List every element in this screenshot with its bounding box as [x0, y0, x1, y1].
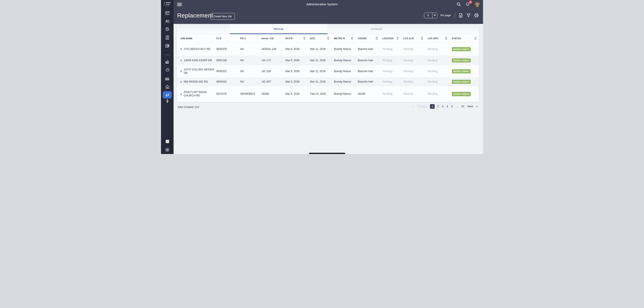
sidebar-item-work-orders[interactable] [161, 25, 174, 33]
app-window: Administrative System 12 Replacement Cre… [161, 0, 483, 154]
table-body: 2701 BEECH NUT RD6593375NAAERIAL 146'Mar… [177, 43, 479, 102]
column-header[interactable]: LOC.UPD [428, 37, 452, 40]
table-cell: 6537275 [216, 92, 240, 96]
pagination-prev[interactable]: Previous [416, 104, 428, 108]
pagination-page[interactable]: 2 [436, 104, 439, 108]
table-cell: Pending [428, 92, 452, 96]
table-cell: Mar 5, 2026 [285, 92, 310, 96]
table-cell: 6592238 [216, 59, 240, 62]
table-cell: Pending [403, 59, 428, 62]
edit-document-icon [165, 27, 170, 32]
job-name: 10727 COLONY WOODS DR [184, 68, 214, 75]
table-cell: Pending [403, 92, 428, 96]
job-name: 5429 FLINT RIDGE CHURCH RD [184, 91, 214, 97]
table-cell: Pending [382, 92, 403, 96]
table-row[interactable]: 2701 BEECH NUT RD6593375NAAERIAL 146'Mar… [177, 43, 479, 56]
sidebar-item-factory[interactable] [161, 58, 174, 66]
cards-icon [165, 44, 170, 48]
pagination-page[interactable]: 4 [446, 104, 449, 108]
sidebar-item-dashboard[interactable] [161, 9, 174, 17]
column-header: P.I.D [216, 37, 240, 40]
column-header[interactable]: ECD [310, 37, 334, 40]
table-cell: Pending [403, 48, 428, 51]
table-cell: Mar 5, 2026 [285, 48, 310, 51]
settings-gear-icon [165, 147, 170, 152]
table-cell: UG 267' [262, 80, 285, 84]
notification-count-badge: 12 [469, 1, 472, 4]
pagination-page[interactable]: ... [455, 104, 459, 108]
table-cell: Brandy Manus [334, 80, 358, 84]
table-cell: Brandy Manus [334, 48, 358, 51]
status-badge: NEEDS CONST. [452, 80, 471, 84]
table-cell: Pending [382, 59, 403, 62]
export-file-icon[interactable] [459, 13, 463, 18]
sidebar-item-users[interactable] [161, 17, 174, 25]
pagination-page[interactable]: 3 [441, 104, 444, 108]
table-row[interactable]: 14309 KING EIDER DR6592238NAUG 171'Mar 5… [177, 56, 479, 65]
table-cell: Blanche Hart [358, 80, 382, 84]
table-toolbar: 5 Per page [424, 12, 479, 18]
sort-icon [396, 37, 399, 40]
page-title: Replacement [177, 12, 213, 19]
column-header[interactable]: STATUS [452, 37, 477, 40]
table-cell: NONE [262, 92, 285, 96]
table-cell: Brandy Manus [334, 92, 358, 96]
status-badge: NEEDS CONST. [452, 58, 471, 63]
table-row[interactable]: 563 RIDGELINE RD6593331NAUG 267'Mar 5, 2… [177, 78, 479, 86]
row-status-dot [180, 70, 182, 72]
table-cell: Mar 5, 2026 [285, 70, 310, 73]
row-status-dot [180, 48, 182, 50]
table-cell: NONE [358, 92, 382, 96]
table-cell: Blanche Hart [358, 70, 382, 73]
sidebar-item-cards[interactable] [161, 42, 174, 50]
sidebar-item-billing[interactable]: $ [161, 34, 174, 42]
sidebar-item-power[interactable] [161, 97, 174, 105]
bottom-notch [309, 153, 345, 154]
filter-icon[interactable] [466, 13, 471, 18]
sidebar-item-redo[interactable] [161, 66, 174, 74]
header: Administrative System 12 Replacement Cre… [161, 0, 483, 24]
create-new-job-button[interactable]: Create New Job [210, 13, 235, 20]
tab-monroe[interactable]: Monroe [230, 24, 328, 34]
notifications-bell[interactable]: 12 [465, 2, 470, 7]
table-cell: Mar 11, 2026 [310, 70, 334, 73]
sidebar-item-buildings[interactable] [161, 74, 174, 82]
column-header[interactable]: METRO R. [334, 37, 358, 40]
row-status-dot [180, 93, 182, 95]
row-status-dot [180, 60, 182, 61]
replacement-repeat-icon [165, 93, 170, 97]
per-page-select[interactable]: 5 [424, 13, 438, 18]
pagination-next-arrow[interactable]: » [476, 104, 478, 108]
sort-icon [376, 37, 378, 40]
column-header[interactable]: COORD. [358, 37, 382, 40]
table-row[interactable]: 10727 COLONY WOODS DR6593201NAUG 159'Mar… [177, 65, 479, 78]
column-header: PO # [240, 37, 262, 40]
users-icon [165, 19, 170, 24]
sidebar-item-calendar[interactable] [161, 137, 174, 145]
table-cell: Pending [382, 48, 403, 51]
jobs-table-card: Monroe Concord JOB NAMEP.I.DPO #Aerial /… [177, 24, 479, 102]
search-icon[interactable] [456, 2, 461, 7]
column-header[interactable]: RCV'D [285, 37, 310, 40]
column-header[interactable]: LOCATES [382, 37, 403, 40]
avatar[interactable] [474, 2, 480, 7]
pagination-page[interactable]: 5 [451, 104, 454, 108]
pagination-next[interactable]: Next [467, 104, 474, 108]
table-cell: 6593201 [216, 70, 240, 73]
jobs-created-count: Jobs Created: 210 [178, 106, 199, 109]
home-icon [165, 84, 170, 89]
table-cell: NA [240, 59, 262, 62]
table-cell: Pending [428, 59, 452, 62]
table-cell: Blanche Hart [358, 59, 382, 62]
pagination-page[interactable]: 42 [461, 104, 465, 108]
pagination-prev-arrow[interactable]: « [412, 104, 415, 108]
sidebar-item-settings[interactable] [161, 146, 174, 154]
print-icon[interactable] [474, 13, 479, 18]
sidebar-item-home[interactable] [161, 83, 174, 91]
column-header[interactable]: LOC.CLR [403, 37, 428, 40]
pagination-page[interactable]: 1 [430, 104, 435, 109]
table-cell: UG 159' [262, 70, 285, 73]
sort-icon [421, 37, 423, 40]
table-row[interactable]: 5429 FLINT RIDGE CHURCH RD65372754503409… [177, 86, 479, 102]
tab-concord[interactable]: Concord [328, 24, 426, 34]
